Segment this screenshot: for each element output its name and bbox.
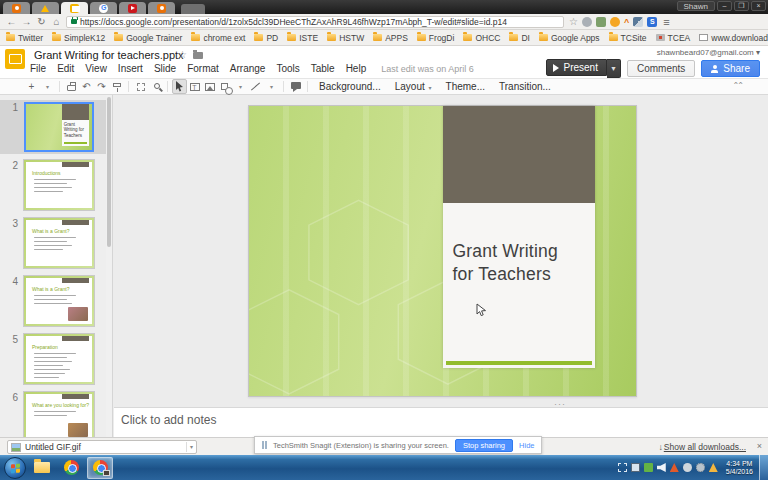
comments-button[interactable]: Comments [627,60,695,77]
menu-tools[interactable]: Tools [276,63,299,74]
shape-dropdown-icon[interactable]: ▾ [233,79,248,94]
new-slide-button[interactable]: + [24,79,39,94]
zoom-fit-button[interactable] [133,79,148,94]
slide-thumbnail[interactable]: What is a Grant? [24,276,94,326]
bookmark-www-downloads-net[interactable]: www.downloads.net [699,33,768,43]
paint-format-button[interactable] [109,79,124,94]
bookmark-twitter[interactable]: Twitter [6,33,43,43]
menu-format[interactable]: Format [187,63,219,74]
gdrive-tray-icon[interactable] [709,463,718,472]
account-email[interactable]: shawnbeard07@gmail.com ▾ [657,48,760,57]
extension-caret-icon[interactable]: ^ [624,17,629,27]
browser-tab-google-drive[interactable] [32,2,59,14]
redo-button[interactable]: ↷ [94,79,109,94]
bookmark-ohcc[interactable]: OHCC [463,33,500,43]
background-button[interactable]: Background... [312,81,388,92]
audio-tray-icon[interactable] [670,463,679,472]
menu-edit[interactable]: Edit [57,63,74,74]
google-slides-logo-icon[interactable] [5,49,25,69]
bookmark-simplek12[interactable]: SimpleK12 [52,33,105,43]
present-button[interactable]: Present [546,59,606,76]
taskbar-clock[interactable]: 4:34 PM 5/4/2016 [726,460,753,476]
current-slide[interactable]: Grant Writing for Teachers [248,105,637,397]
extension-tag-icon[interactable] [596,17,606,27]
star-document-icon[interactable]: ☆ [178,49,187,60]
filmstrip-scrollbar-thumb[interactable] [107,97,111,247]
slide-thumbnail-row-1[interactable]: 1Grant Writing for Teachers [0,100,112,154]
bookmark-pd[interactable]: PD [254,33,278,43]
forward-icon[interactable]: → [19,16,34,27]
back-icon[interactable]: ← [4,16,19,27]
download-dropdown-icon[interactable]: ▾ [186,442,193,452]
bookmark-frogdi[interactable]: FrogDi [417,33,455,43]
bookmark-google-trainer[interactable]: Google Trainer [114,33,182,43]
browser-tab-google-search[interactable] [90,2,117,14]
slide-thumbnail[interactable]: What is a Grant? [24,218,94,268]
textbox-button[interactable]: T [187,79,202,94]
display-tray-icon[interactable] [631,463,640,472]
insert-shape-button[interactable] [217,79,232,94]
url-input[interactable]: https://docs.google.com/presentation/d/1… [66,16,564,28]
speaker-notes[interactable]: Click to add notes [114,408,768,437]
filmstrip-scrollbar[interactable] [106,95,112,437]
menu-table[interactable]: Table [311,63,335,74]
line-dropdown-icon[interactable]: ▾ [264,79,279,94]
zoom-button[interactable] [148,79,163,94]
menu-file[interactable]: File [30,63,46,74]
menu-arrange[interactable]: Arrange [230,63,266,74]
compact-controls-icon[interactable]: ⌃⌃ [733,81,742,90]
menu-insert[interactable]: Insert [118,63,143,74]
slide-thumbnail-row-6[interactable]: 6What are you looking for? [0,390,112,437]
show-desktop-button[interactable] [759,455,768,480]
home-icon[interactable]: ⌂ [49,16,64,27]
snagit-tray-icon[interactable] [683,463,692,472]
new-slide-dropdown-icon[interactable]: ▾ [40,79,55,94]
theme-button[interactable]: Theme... [439,81,492,92]
present-dropdown-button[interactable]: ▼ [607,59,621,78]
slide-thumbnail-row-2[interactable]: 2Introductions [0,158,112,212]
title-panel[interactable]: Grant Writing for Teachers [443,106,596,368]
undo-button[interactable]: ↶ [79,79,94,94]
snagit-extension-icon[interactable]: S [647,17,657,27]
slide-thumbnail-row-5[interactable]: 5Preparation [0,332,112,386]
bookmark-tcsite[interactable]: TCSite [609,33,647,43]
start-button[interactable] [4,457,26,479]
taskbar-explorer-button[interactable] [29,457,55,479]
reload-icon[interactable]: ↻ [34,16,49,27]
browser-tab-orange-app[interactable] [3,2,30,14]
browser-tab-orange-app[interactable] [148,2,175,14]
layout-button[interactable]: Layout ▾ [388,81,439,92]
menu-help[interactable]: Help [346,63,367,74]
slide-thumbnail-row-3[interactable]: 3What is a Grant? [0,216,112,270]
stop-sharing-button[interactable]: Stop sharing [455,439,513,452]
browser-tab-youtube[interactable] [119,2,146,14]
slide-title-text[interactable]: Grant Writing for Teachers [453,240,592,286]
extension-coin-icon[interactable] [610,17,620,27]
slide-thumbnail-row-4[interactable]: 4What is a Grant? [0,274,112,328]
menu-view[interactable]: View [85,63,107,74]
insert-image-button[interactable] [202,79,217,94]
bookmark-hstw[interactable]: HSTW [327,33,364,43]
brown-accent-box[interactable] [443,106,596,203]
usb-tray-icon[interactable] [644,463,653,472]
extension-dropper-icon[interactable] [633,17,643,27]
show-all-downloads-link[interactable]: Show all downloads... [664,442,746,452]
document-title[interactable]: Grant Writing for teachers.pptx [34,49,184,61]
insert-line-button[interactable] [248,79,263,94]
select-tool-button[interactable] [172,79,187,94]
browser-tab-google-slides[interactable] [61,2,88,14]
bookmark-star-icon[interactable]: ☆ [569,17,578,27]
transition-button[interactable]: Transition... [492,81,558,92]
share-button[interactable]: Share [701,60,760,77]
taskbar-chrome-active-button[interactable] [87,457,113,479]
notes-placeholder[interactable]: Click to add notes [121,413,216,427]
download-item[interactable]: Untitled GIF.gif ▾ [7,440,197,454]
hidden-tray-icon[interactable] [618,463,627,472]
close-button[interactable]: × [751,1,766,11]
bookmark-chrome-ext[interactable]: chrome ext [191,33,245,43]
print-button[interactable] [64,79,79,94]
slide-thumbnail[interactable]: Grant Writing for Teachers [24,102,94,152]
menu-slide[interactable]: Slide [154,63,176,74]
restore-button[interactable]: ❐ [734,1,749,11]
bookmark-di[interactable]: DI [509,33,530,43]
